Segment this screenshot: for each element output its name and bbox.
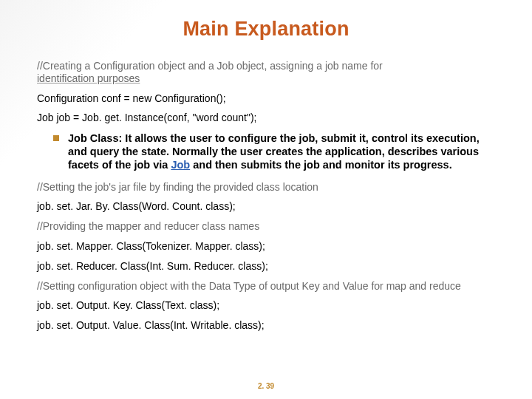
code-set-output-value-class: job. set. Output. Value. Class(Int. Writ… <box>37 319 495 332</box>
bullet-job-class: Job Class: It allows the user to configu… <box>53 132 495 171</box>
comment-output-types: //Setting configuration object with the … <box>37 280 495 293</box>
code-job-get-instance: Job job = Job. get. Instance(conf, "word… <box>37 112 495 124</box>
slide-number: 2. 39 <box>0 382 532 390</box>
code-set-mapper-class: job. set. Mapper. Class(Tokenizer. Mappe… <box>37 240 495 253</box>
comment-line-1b: identification purposes <box>37 72 140 84</box>
comment-create-config: //Creating a Configuration object and a … <box>37 60 495 85</box>
comment-mapper-reducer: //Providing the mapper and reducer class… <box>37 220 495 233</box>
comment-line-1a: //Creating a Configuration object and a … <box>37 60 383 72</box>
code-set-reducer-class: job. set. Reducer. Class(Int. Sum. Reduc… <box>37 260 495 273</box>
code-config-new: Configuration conf = new Configuration()… <box>37 92 495 105</box>
slide-body: //Creating a Configuration object and a … <box>37 60 495 332</box>
job-link[interactable]: Job <box>171 159 190 171</box>
bullet-text: Job Class: It allows the user to configu… <box>68 132 495 171</box>
bullet-icon <box>53 135 59 141</box>
code-set-output-key-class: job. set. Output. Key. Class(Text. class… <box>37 299 495 312</box>
comment-set-jar: //Setting the job's jar file by finding … <box>37 181 495 194</box>
code-set-jar-by-class: job. set. Jar. By. Class(Word. Count. cl… <box>37 200 495 213</box>
bullet-text-post: and then submits the job and monitor its… <box>190 159 451 171</box>
slide: Main Explanation //Creating a Configurat… <box>0 0 532 399</box>
slide-title: Main Explanation <box>37 18 495 41</box>
